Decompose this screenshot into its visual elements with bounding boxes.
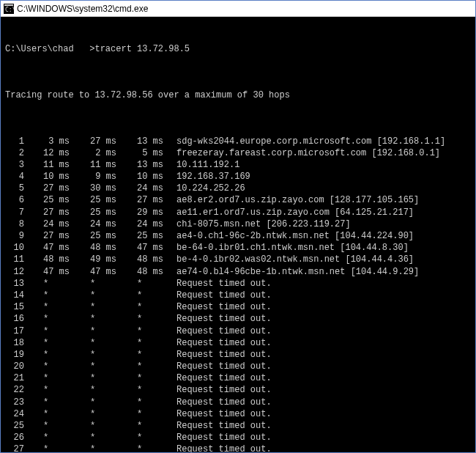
hop-time-1: 25 ms <box>26 194 72 206</box>
hop-time-2: * <box>72 432 119 443</box>
hop-host: freezeray.fareast.corp.microsoft.com [19… <box>166 147 471 159</box>
hop-number: 8 <box>5 218 26 230</box>
hop-time-3: * <box>119 372 166 384</box>
hop-number: 7 <box>5 207 26 218</box>
hop-row: 26* * * Request timed out. <box>5 432 471 443</box>
hop-time-1: * <box>26 372 72 384</box>
hop-time-1: * <box>26 397 72 408</box>
hop-time-2: * <box>72 361 119 372</box>
hop-time-3: * <box>119 443 166 452</box>
hop-time-1: * <box>26 432 72 443</box>
hop-row: 212 ms2 ms5 msfreezeray.fareast.corp.mic… <box>5 147 471 159</box>
hop-time-1: 48 ms <box>26 254 72 265</box>
hop-host: Request timed out. <box>166 313 471 325</box>
hop-host: Request timed out. <box>166 408 471 420</box>
window-title: C:\WINDOWS\system32\cmd.exe <box>17 4 148 14</box>
hop-time-2: 25 ms <box>72 194 119 206</box>
hop-row: 1047 ms48 ms47 msbe-64-0.ibr01.ch1.ntwk.… <box>5 242 471 254</box>
hop-time-1: 11 ms <box>26 159 72 171</box>
hop-time-1: * <box>26 443 72 452</box>
hop-time-2: * <box>72 420 119 432</box>
hop-time-2: 49 ms <box>72 254 119 265</box>
hop-time-1: 27 ms <box>26 183 72 194</box>
hop-number: 13 <box>5 278 26 290</box>
hop-host: sdg-wks2044.europe.corp.microsoft.com [1… <box>166 136 471 147</box>
hop-row: 27* * * Request timed out. <box>5 443 471 452</box>
prompt-path: C:\Users\chad <box>5 44 74 54</box>
hop-number: 27 <box>5 443 26 452</box>
hop-number: 2 <box>5 147 26 159</box>
hop-host: Request timed out. <box>166 372 471 384</box>
hop-host: Request timed out. <box>166 432 471 443</box>
hop-time-1: * <box>26 361 72 372</box>
hop-time-1: * <box>26 384 72 396</box>
hop-time-1: 47 ms <box>26 242 72 254</box>
hop-time-3: 48 ms <box>119 266 166 278</box>
hop-time-2: * <box>72 397 119 408</box>
hop-time-3: 5 ms <box>119 147 166 159</box>
hop-time-1: 27 ms <box>26 207 72 218</box>
hop-number: 23 <box>5 397 26 408</box>
hop-number: 11 <box>5 254 26 265</box>
hop-time-1: 24 ms <box>26 218 72 230</box>
hop-time-2: * <box>72 349 119 361</box>
hop-row: 1247 ms47 ms48 msae74-0.bl4-96cbe-1b.ntw… <box>5 266 471 278</box>
hop-time-2: * <box>72 384 119 396</box>
hop-time-3: * <box>119 408 166 420</box>
hop-number: 19 <box>5 349 26 361</box>
hop-row: 19* * * Request timed out. <box>5 349 471 361</box>
hop-number: 17 <box>5 325 26 337</box>
hop-number: 20 <box>5 361 26 372</box>
hop-time-2: * <box>72 337 119 349</box>
hop-time-3: 27 ms <box>119 194 166 206</box>
hop-row: 20* * * Request timed out. <box>5 361 471 372</box>
hop-number: 21 <box>5 372 26 384</box>
hop-time-1: 3 ms <box>26 136 72 147</box>
hop-time-1: * <box>26 290 72 301</box>
hop-time-1: * <box>26 420 72 432</box>
hop-host: 10.224.252.26 <box>166 183 471 194</box>
hop-row: 824 ms24 ms24 mschi-8075.msn.net [206.22… <box>5 218 471 230</box>
hop-row: 18* * * Request timed out. <box>5 337 471 349</box>
hop-time-2: 24 ms <box>72 218 119 230</box>
hop-number: 3 <box>5 159 26 171</box>
title-bar[interactable]: C:\ C:\WINDOWS\system32\cmd.exe <box>1 1 475 17</box>
hop-time-1: * <box>26 313 72 325</box>
hop-time-3: 10 ms <box>119 171 166 183</box>
hop-host: Request timed out. <box>166 443 471 452</box>
hop-time-3: 24 ms <box>119 218 166 230</box>
hop-time-2: * <box>72 290 119 301</box>
svg-rect-1 <box>4 4 13 6</box>
hop-number: 18 <box>5 337 26 349</box>
hop-host: Request timed out. <box>166 337 471 349</box>
hop-number: 25 <box>5 420 26 432</box>
hop-time-1: * <box>26 325 72 337</box>
hop-number: 5 <box>5 183 26 194</box>
hop-row: 21* * * Request timed out. <box>5 372 471 384</box>
hop-host: 10.111.192.1 <box>166 159 471 171</box>
hop-time-2: 11 ms <box>72 159 119 171</box>
hop-time-3: * <box>119 397 166 408</box>
hop-time-3: * <box>119 384 166 396</box>
hop-time-3: * <box>119 290 166 301</box>
hop-time-1: 12 ms <box>26 147 72 159</box>
hop-time-1: * <box>26 349 72 361</box>
hop-time-1: 10 ms <box>26 171 72 183</box>
hop-row: 16* * * Request timed out. <box>5 313 471 325</box>
hop-row: 13* * * Request timed out. <box>5 278 471 290</box>
terminal-output[interactable]: C:\Users\chad >tracert 13.72.98.5 Tracin… <box>1 17 475 452</box>
hop-row: 14* * * Request timed out. <box>5 290 471 301</box>
hop-host: Request timed out. <box>166 278 471 290</box>
hop-host: Request timed out. <box>166 361 471 372</box>
hop-row: 527 ms30 ms24 ms10.224.252.26 <box>5 183 471 194</box>
hop-host: Request timed out. <box>166 397 471 408</box>
hop-host: chi-8075.msn.net [206.223.119.27] <box>166 218 471 230</box>
hop-time-3: 24 ms <box>119 183 166 194</box>
hop-host: 192.168.37.169 <box>166 171 471 183</box>
hop-row: 927 ms25 ms25 msae4-0.ch1-96c-2b.ntwk.ms… <box>5 230 471 242</box>
hop-host: Request timed out. <box>166 325 471 337</box>
hop-number: 24 <box>5 408 26 420</box>
hop-host: ae4-0.ch1-96c-2b.ntwk.msn.net [104.44.22… <box>166 230 471 242</box>
prompt-command: >tracert 13.72.98.5 <box>89 44 190 54</box>
hop-number: 1 <box>5 136 26 147</box>
